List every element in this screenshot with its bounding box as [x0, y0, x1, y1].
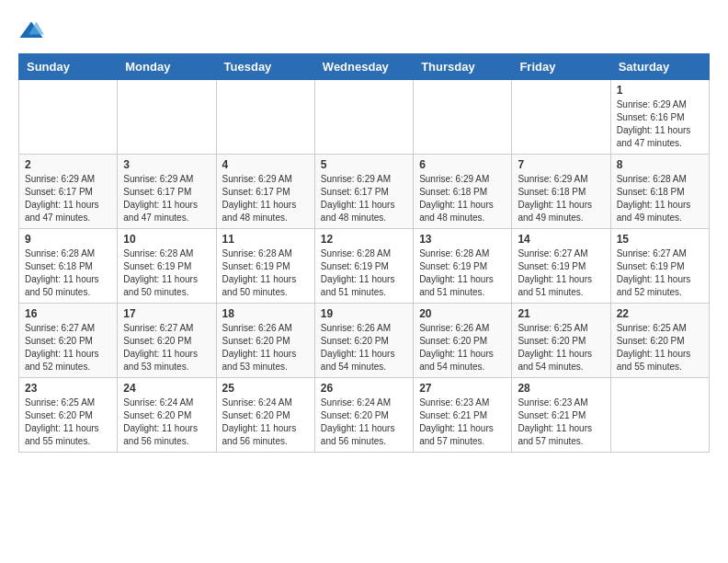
day-info: Sunrise: 6:28 AM Sunset: 6:19 PM Dayligh… — [123, 247, 210, 299]
day-info: Sunrise: 6:29 AM Sunset: 6:17 PM Dayligh… — [222, 173, 309, 224]
day-number: 23 — [25, 382, 111, 395]
day-info: Sunrise: 6:24 AM Sunset: 6:20 PM Dayligh… — [123, 396, 210, 448]
day-number: 2 — [25, 158, 111, 171]
day-number: 6 — [419, 158, 506, 171]
calendar-cell — [118, 80, 216, 155]
page-header — [18, 18, 710, 44]
weekday-header-monday: Monday — [118, 54, 216, 80]
day-number: 24 — [123, 382, 210, 395]
calendar-cell: 9Sunrise: 6:28 AM Sunset: 6:18 PM Daylig… — [19, 229, 118, 304]
day-info: Sunrise: 6:24 AM Sunset: 6:20 PM Dayligh… — [222, 396, 309, 448]
calendar-table: SundayMondayTuesdayWednesdayThursdayFrid… — [18, 53, 710, 453]
calendar-cell: 18Sunrise: 6:26 AM Sunset: 6:20 PM Dayli… — [216, 304, 314, 378]
day-number: 5 — [321, 158, 407, 171]
logo-icon — [18, 18, 44, 44]
calendar-header-row: SundayMondayTuesdayWednesdayThursdayFrid… — [19, 54, 710, 80]
calendar-cell: 10Sunrise: 6:28 AM Sunset: 6:19 PM Dayli… — [118, 229, 216, 304]
calendar-cell — [216, 80, 314, 155]
day-info: Sunrise: 6:26 AM Sunset: 6:20 PM Dayligh… — [222, 322, 309, 373]
calendar-cell: 27Sunrise: 6:23 AM Sunset: 6:21 PM Dayli… — [414, 378, 512, 453]
day-info: Sunrise: 6:25 AM Sunset: 6:20 PM Dayligh… — [518, 322, 604, 373]
calendar-week-row: 1Sunrise: 6:29 AM Sunset: 6:16 PM Daylig… — [19, 80, 710, 155]
day-number: 27 — [419, 382, 506, 395]
calendar-cell: 5Sunrise: 6:29 AM Sunset: 6:17 PM Daylig… — [314, 155, 413, 229]
day-number: 1 — [617, 84, 703, 97]
day-number: 16 — [25, 307, 111, 320]
day-number: 10 — [123, 233, 210, 246]
calendar-cell — [19, 80, 118, 155]
day-number: 18 — [222, 307, 309, 320]
day-info: Sunrise: 6:29 AM Sunset: 6:18 PM Dayligh… — [518, 173, 604, 224]
day-number: 26 — [321, 382, 407, 395]
day-info: Sunrise: 6:29 AM Sunset: 6:17 PM Dayligh… — [123, 173, 210, 224]
day-number: 15 — [617, 233, 703, 246]
day-number: 17 — [123, 307, 210, 320]
day-info: Sunrise: 6:27 AM Sunset: 6:20 PM Dayligh… — [25, 322, 111, 373]
calendar-cell — [610, 378, 709, 453]
calendar-cell: 14Sunrise: 6:27 AM Sunset: 6:19 PM Dayli… — [512, 229, 610, 304]
calendar-cell: 25Sunrise: 6:24 AM Sunset: 6:20 PM Dayli… — [216, 378, 314, 453]
weekday-header-saturday: Saturday — [610, 54, 709, 80]
day-number: 7 — [518, 158, 604, 171]
day-info: Sunrise: 6:28 AM Sunset: 6:19 PM Dayligh… — [419, 247, 506, 299]
day-info: Sunrise: 6:29 AM Sunset: 6:16 PM Dayligh… — [617, 98, 703, 150]
calendar-cell: 7Sunrise: 6:29 AM Sunset: 6:18 PM Daylig… — [512, 155, 610, 229]
calendar-cell: 22Sunrise: 6:25 AM Sunset: 6:20 PM Dayli… — [610, 304, 709, 378]
day-info: Sunrise: 6:26 AM Sunset: 6:20 PM Dayligh… — [321, 322, 407, 373]
day-number: 11 — [222, 233, 309, 246]
day-number: 9 — [25, 233, 111, 246]
calendar-cell: 19Sunrise: 6:26 AM Sunset: 6:20 PM Dayli… — [314, 304, 413, 378]
day-number: 20 — [419, 307, 506, 320]
day-number: 14 — [518, 233, 604, 246]
day-info: Sunrise: 6:25 AM Sunset: 6:20 PM Dayligh… — [617, 322, 703, 373]
day-info: Sunrise: 6:23 AM Sunset: 6:21 PM Dayligh… — [518, 396, 604, 448]
logo — [18, 18, 48, 44]
day-info: Sunrise: 6:27 AM Sunset: 6:19 PM Dayligh… — [518, 247, 604, 299]
calendar-cell: 4Sunrise: 6:29 AM Sunset: 6:17 PM Daylig… — [216, 155, 314, 229]
day-number: 8 — [617, 158, 703, 171]
day-number: 21 — [518, 307, 604, 320]
day-info: Sunrise: 6:29 AM Sunset: 6:18 PM Dayligh… — [419, 173, 506, 224]
day-number: 25 — [222, 382, 309, 395]
day-info: Sunrise: 6:24 AM Sunset: 6:20 PM Dayligh… — [321, 396, 407, 448]
calendar-cell: 6Sunrise: 6:29 AM Sunset: 6:18 PM Daylig… — [414, 155, 512, 229]
calendar-week-row: 16Sunrise: 6:27 AM Sunset: 6:20 PM Dayli… — [19, 304, 710, 378]
day-info: Sunrise: 6:28 AM Sunset: 6:19 PM Dayligh… — [321, 247, 407, 299]
weekday-header-wednesday: Wednesday — [314, 54, 413, 80]
calendar-cell — [512, 80, 610, 155]
calendar-cell — [314, 80, 413, 155]
weekday-header-thursday: Thursday — [414, 54, 512, 80]
day-info: Sunrise: 6:29 AM Sunset: 6:17 PM Dayligh… — [321, 173, 407, 224]
day-info: Sunrise: 6:26 AM Sunset: 6:20 PM Dayligh… — [419, 322, 506, 373]
calendar-cell: 12Sunrise: 6:28 AM Sunset: 6:19 PM Dayli… — [314, 229, 413, 304]
calendar-cell: 13Sunrise: 6:28 AM Sunset: 6:19 PM Dayli… — [414, 229, 512, 304]
calendar-cell: 21Sunrise: 6:25 AM Sunset: 6:20 PM Dayli… — [512, 304, 610, 378]
weekday-header-tuesday: Tuesday — [216, 54, 314, 80]
weekday-header-sunday: Sunday — [19, 54, 118, 80]
day-info: Sunrise: 6:28 AM Sunset: 6:19 PM Dayligh… — [222, 247, 309, 299]
day-number: 22 — [617, 307, 703, 320]
day-number: 4 — [222, 158, 309, 171]
weekday-header-friday: Friday — [512, 54, 610, 80]
day-number: 28 — [518, 382, 604, 395]
calendar-cell: 28Sunrise: 6:23 AM Sunset: 6:21 PM Dayli… — [512, 378, 610, 453]
calendar-week-row: 23Sunrise: 6:25 AM Sunset: 6:20 PM Dayli… — [19, 378, 710, 453]
day-info: Sunrise: 6:28 AM Sunset: 6:18 PM Dayligh… — [617, 173, 703, 224]
day-info: Sunrise: 6:29 AM Sunset: 6:17 PM Dayligh… — [25, 173, 111, 224]
day-info: Sunrise: 6:27 AM Sunset: 6:19 PM Dayligh… — [617, 247, 703, 299]
calendar-week-row: 9Sunrise: 6:28 AM Sunset: 6:18 PM Daylig… — [19, 229, 710, 304]
day-info: Sunrise: 6:27 AM Sunset: 6:20 PM Dayligh… — [123, 322, 210, 373]
day-number: 13 — [419, 233, 506, 246]
calendar-cell: 23Sunrise: 6:25 AM Sunset: 6:20 PM Dayli… — [19, 378, 118, 453]
calendar-cell: 20Sunrise: 6:26 AM Sunset: 6:20 PM Dayli… — [414, 304, 512, 378]
calendar-cell: 8Sunrise: 6:28 AM Sunset: 6:18 PM Daylig… — [610, 155, 709, 229]
day-number: 3 — [123, 158, 210, 171]
day-info: Sunrise: 6:28 AM Sunset: 6:18 PM Dayligh… — [25, 247, 111, 299]
calendar-cell: 17Sunrise: 6:27 AM Sunset: 6:20 PM Dayli… — [118, 304, 216, 378]
calendar-cell — [414, 80, 512, 155]
calendar-cell: 1Sunrise: 6:29 AM Sunset: 6:16 PM Daylig… — [610, 80, 709, 155]
calendar-cell: 11Sunrise: 6:28 AM Sunset: 6:19 PM Dayli… — [216, 229, 314, 304]
day-info: Sunrise: 6:25 AM Sunset: 6:20 PM Dayligh… — [25, 396, 111, 448]
day-number: 19 — [321, 307, 407, 320]
calendar-cell: 16Sunrise: 6:27 AM Sunset: 6:20 PM Dayli… — [19, 304, 118, 378]
